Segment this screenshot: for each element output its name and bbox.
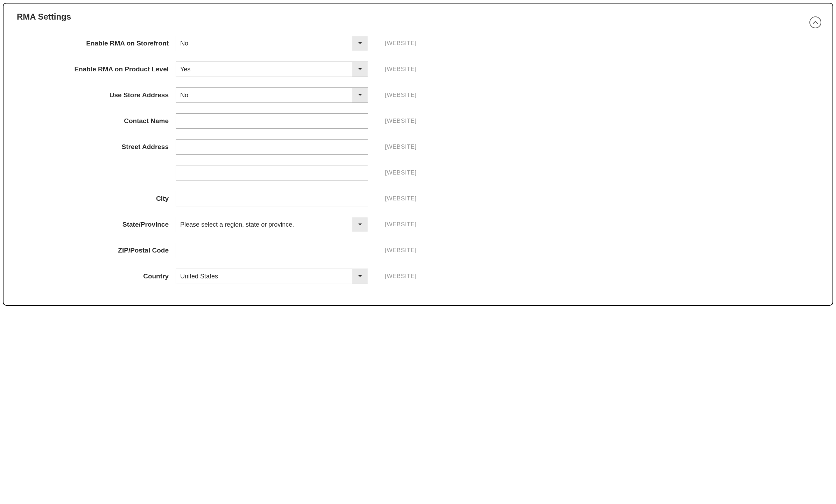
label-country: Country (15, 272, 176, 280)
input-city[interactable] (176, 191, 368, 206)
scope-use-store-address: [WEBSITE] (368, 92, 416, 99)
label-use-store-address: Use Store Address (15, 91, 176, 99)
row-enable-product: Enable RMA on Product Level Yes [WEBSITE… (15, 62, 821, 77)
select-value-country: United States (176, 273, 352, 280)
row-street-address-2: [WEBSITE] (15, 165, 821, 180)
select-enable-product[interactable]: Yes (176, 62, 368, 77)
select-value-use-store-address: No (176, 92, 352, 99)
panel-header: RMA Settings (15, 10, 821, 36)
row-use-store-address: Use Store Address No [WEBSITE] (15, 87, 821, 103)
select-enable-storefront[interactable]: No (176, 36, 368, 51)
label-street-address: Street Address (15, 143, 176, 151)
input-street-address[interactable] (176, 139, 368, 155)
scope-country: [WEBSITE] (368, 273, 416, 280)
scope-contact-name: [WEBSITE] (368, 118, 416, 125)
label-zip: ZIP/Postal Code (15, 247, 176, 254)
select-state-province[interactable]: Please select a region, state or provinc… (176, 217, 368, 232)
label-city: City (15, 195, 176, 203)
input-street-address-2[interactable] (176, 165, 368, 180)
scope-state-province: [WEBSITE] (368, 221, 416, 228)
chevron-up-icon (813, 21, 818, 24)
label-enable-product: Enable RMA on Product Level (15, 65, 176, 73)
select-value-enable-product: Yes (176, 66, 352, 73)
row-state-province: State/Province Please select a region, s… (15, 217, 821, 232)
select-value-state-province: Please select a region, state or provinc… (176, 221, 352, 228)
scope-street-address: [WEBSITE] (368, 143, 416, 150)
chevron-down-icon (352, 217, 368, 232)
select-country[interactable]: United States (176, 269, 368, 284)
chevron-down-icon (352, 36, 368, 51)
chevron-down-icon (352, 88, 368, 102)
form-rows: Enable RMA on Storefront No [WEBSITE] En… (15, 36, 821, 284)
scope-zip: [WEBSITE] (368, 247, 416, 254)
row-country: Country United States [WEBSITE] (15, 269, 821, 284)
rma-settings-panel: RMA Settings Enable RMA on Storefront No… (3, 3, 833, 306)
label-enable-storefront: Enable RMA on Storefront (15, 40, 176, 47)
row-street-address: Street Address [WEBSITE] (15, 139, 821, 155)
collapse-toggle[interactable] (809, 16, 821, 28)
chevron-down-icon (352, 269, 368, 284)
scope-enable-storefront: [WEBSITE] (368, 40, 416, 47)
row-contact-name: Contact Name [WEBSITE] (15, 113, 821, 129)
row-enable-storefront: Enable RMA on Storefront No [WEBSITE] (15, 36, 821, 51)
select-use-store-address[interactable]: No (176, 87, 368, 103)
select-value-enable-storefront: No (176, 40, 352, 47)
scope-enable-product: [WEBSITE] (368, 66, 416, 73)
chevron-down-icon (352, 62, 368, 77)
label-state-province: State/Province (15, 221, 176, 228)
row-city: City [WEBSITE] (15, 191, 821, 206)
label-contact-name: Contact Name (15, 117, 176, 125)
input-zip[interactable] (176, 243, 368, 258)
panel-title: RMA Settings (17, 12, 71, 22)
scope-street-address-2: [WEBSITE] (368, 169, 416, 176)
row-zip: ZIP/Postal Code [WEBSITE] (15, 243, 821, 258)
scope-city: [WEBSITE] (368, 195, 416, 202)
input-contact-name[interactable] (176, 113, 368, 129)
